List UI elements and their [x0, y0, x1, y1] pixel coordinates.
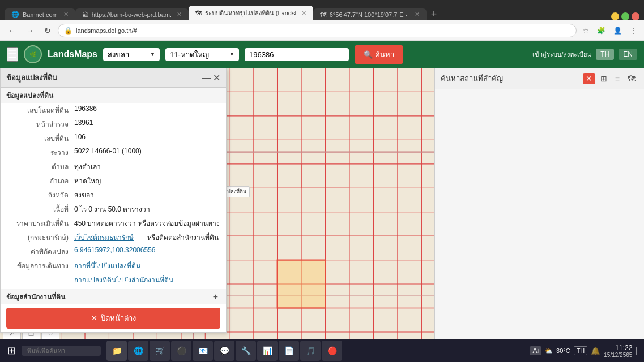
reload-button[interactable]: ↻ [41, 25, 54, 36]
area-value: 0 ไร่ 0 งาน 50.0 ตารางวา [74, 204, 220, 214]
nav-to-row: ข้อมูลการเดินทาง จากที่นี่ไปยังแปลงที่ดิ… [1, 258, 226, 273]
right-panel-title: ค้นหาสถานที่สำคัญ [441, 72, 503, 84]
search-icon: 🔍 [364, 50, 373, 59]
area-label: เนื้อที่ [6, 204, 74, 214]
tab1-close[interactable]: ✕ [63, 11, 69, 18]
close-page-label: ปิดหน้าต่าง [101, 312, 136, 324]
taskbar-app5[interactable]: 📄 [279, 341, 299, 361]
taskbar-app7[interactable]: 🔴 [322, 341, 342, 361]
close-right-panel-button[interactable]: ✕ [583, 73, 595, 84]
browser-tab-3[interactable]: 🗺 ระบบดินหาทรุปแปลงที่ดิน (LandsMa... ✕ [189, 6, 313, 20]
survey-page-row: หน้าสำรวจ 13961 [1, 117, 226, 131]
toggle-view-button[interactable]: ⊞ [598, 73, 610, 84]
browser-tab-4[interactable]: 🗺 6°56'47.7"N 100°19'07.7"E - Goo... ✕ [313, 8, 427, 20]
login-text: เข้าสู่ระบบ/ลงทะเบียน [532, 49, 591, 59]
survey-page-value: 13961 [74, 119, 220, 130]
lang-en-button[interactable]: EN [619, 49, 637, 60]
address-bar: ← → ↻ 🔒 landsmaps.dol.go.th/# ☆ 🧩 👤 ⋮ [0, 20, 644, 41]
taskbar-store[interactable]: 🛒 [150, 341, 170, 361]
extensions-button[interactable]: 🧩 [594, 25, 608, 36]
close-x-icon: ✕ [91, 314, 97, 322]
weather-icon: ⛅ [545, 347, 553, 355]
province-select[interactable]: สงขลา [103, 48, 160, 61]
close-window-button[interactable] [632, 12, 639, 20]
tab2-close[interactable]: ✕ [177, 11, 182, 18]
taskbar-edge[interactable]: 🌐 [128, 341, 148, 361]
bookmark-button[interactable]: ☆ [580, 25, 592, 36]
taskbar-time: 11:22 [604, 344, 632, 352]
new-tab-button[interactable]: + [427, 8, 442, 20]
search-label: ค้นหา [375, 49, 394, 61]
map-view-button[interactable]: 🗺 [625, 73, 638, 84]
panel-close-button[interactable]: ✕ [213, 72, 220, 83]
secure-icon: 🔒 [64, 27, 72, 35]
land-data-section-header: ข้อมูลแปลงที่ดิน [1, 88, 226, 103]
district-value: หาดใหญ่ [74, 175, 220, 186]
price-row: ราคาประเมินที่ดิน 450 บาทต่อตารางวา หรือ… [1, 216, 226, 230]
office-expand-button[interactable]: + [211, 292, 220, 302]
tab2-favicon: 🏛 [82, 11, 88, 18]
coords-value[interactable]: 6.94615972,100.32006556 [74, 246, 220, 257]
subdistrict-row: ตำบล ทุ่งตำเลา [1, 160, 226, 174]
map-area[interactable]: สำหรับบินหาทรุปแปลงที่ดิน ⊕ ⊖ ✎ 📍 ↗ □ ○ … [0, 68, 434, 362]
tab4-close[interactable]: ✕ [415, 11, 420, 18]
taskbar-apps: 📁 🌐 🛒 ⚫ 📧 💬 🔧 📊 📄 🎵 🔴 [106, 341, 342, 361]
panel-minimize-button[interactable]: — [202, 72, 211, 83]
lang-th-button[interactable]: TH [596, 49, 614, 60]
taskbar-app4[interactable]: 📊 [257, 341, 278, 361]
area-row: เนื้อที่ 0 ไร่ 0 งาน 50.0 ตารางวา [1, 202, 226, 216]
maximize-window-button[interactable] [621, 12, 629, 20]
taskbar-app1[interactable]: 📧 [193, 341, 213, 361]
treasury-suffix: หรือติดต่อสำนักงานที่ดิน [147, 232, 220, 243]
forward-button[interactable]: → [23, 25, 37, 36]
land-number-row: เลขที่ดิน 106 [1, 131, 226, 145]
back-button[interactable]: ← [5, 25, 19, 36]
taskbar-app3[interactable]: 🔧 [236, 341, 256, 361]
hamburger-menu[interactable]: ☰ [7, 47, 18, 62]
start-button[interactable]: ⊞ [3, 342, 20, 359]
taskbar-search-input[interactable] [22, 346, 101, 356]
province-select-wrapper: สงขลา [103, 48, 160, 61]
panel-header-actions: — ✕ [202, 72, 220, 83]
parcel-number-input[interactable] [245, 48, 349, 61]
notification-button[interactable]: 🔔 [591, 347, 600, 355]
url-bar[interactable]: 🔒 landsmaps.dol.go.th/# [58, 24, 577, 37]
price-label: ราคาประเมินที่ดิน [6, 218, 74, 229]
tab1-favicon: 🌐 [11, 11, 19, 18]
minimize-window-button[interactable] [611, 12, 619, 20]
nav-to-link[interactable]: จากที่นี่ไปยังแปลงที่ดิน [74, 260, 220, 271]
logo-icon: 🌿 [29, 51, 36, 58]
mapsheet-label: ระวาง [6, 147, 74, 158]
nav-from-link[interactable]: จากแปลงที่ดินไปยังสำนักงานที่ดิน [74, 274, 220, 285]
taskbar-chrome[interactable]: ⚫ [171, 341, 191, 361]
right-panel-header: ค้นหาสถานที่สำคัญ ✕ ⊞ ≡ 🗺 [435, 68, 644, 89]
menu-button[interactable]: ⋮ [627, 25, 639, 36]
province-value: สงขลา [74, 189, 220, 200]
show-desktop-button[interactable]: | [636, 346, 638, 355]
close-page-button[interactable]: ✕ ปิดหน้าต่าง [6, 308, 220, 329]
office-section-title: ข้อมูลสำนักงานที่ดิน [6, 291, 65, 302]
tab2-title: https://bam-bo-web-prd.bam.co... [92, 11, 171, 18]
browser-tab-1[interactable]: 🌐 Bamnet.com ✕ [5, 8, 75, 20]
land-number-value: 106 [74, 133, 220, 144]
province-label: จังหวัด [6, 189, 74, 200]
browser-tab-2[interactable]: 🏛 https://bam-bo-web-prd.bam.co... ✕ [75, 8, 189, 20]
taskbar-app6[interactable]: 🎵 [300, 341, 321, 361]
tab3-close[interactable]: ✕ [301, 10, 306, 17]
treasury-link[interactable]: เว็บไซต์กรมธนารักษ์ [74, 232, 147, 243]
nav-from-row: จากแปลงที่ดินไปยังสำนักงานที่ดิน [1, 273, 226, 287]
taskbar-app2[interactable]: 💬 [214, 341, 234, 361]
land-number-label: เลขที่ดิน [6, 133, 74, 144]
parcel-number-value: 196386 [74, 105, 220, 115]
taskbar-file-explorer[interactable]: 📁 [106, 341, 127, 361]
list-view-button[interactable]: ≡ [612, 73, 622, 84]
search-button[interactable]: 🔍 ค้นหา [355, 45, 403, 64]
district-select[interactable]: 11-หาดใหญ่ [165, 48, 239, 61]
land-parcel-number-row: เลขโฉนดที่ดิน 196386 [1, 103, 226, 117]
profile-button[interactable]: 👤 [611, 25, 625, 36]
district-row: อำเภอ หาดใหญ่ [1, 174, 226, 188]
coords-label: ค่าพิกัดแปลง [6, 246, 74, 257]
app-title: LandsMaps [48, 49, 97, 59]
info-panel-title: ข้อมูลแปลงที่ดิน [6, 72, 57, 84]
mapsheet-row: ระวาง 5022 I 4666-01 (1000) [1, 145, 226, 160]
